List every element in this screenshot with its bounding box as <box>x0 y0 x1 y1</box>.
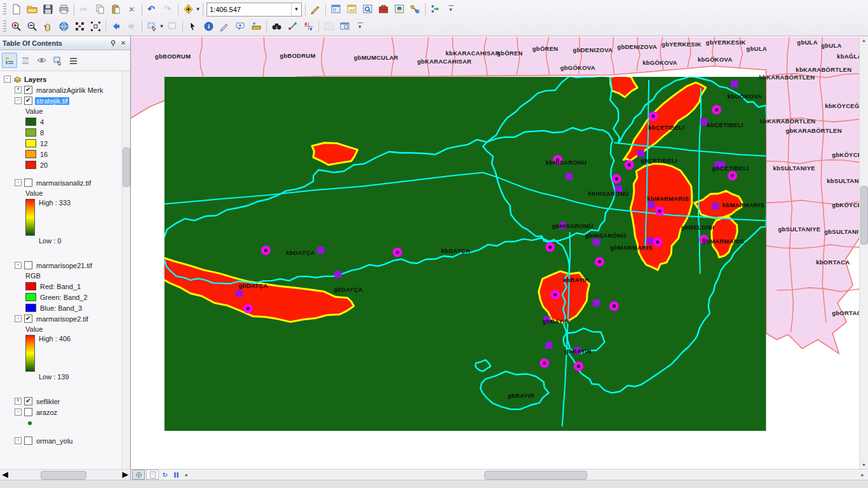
copy-button[interactable] <box>92 1 108 17</box>
expander-icon[interactable]: + <box>15 86 22 93</box>
svg-text:▾: ▾ <box>358 24 362 30</box>
map-vertical-scrollbar[interactable]: ▲ ▼ <box>859 36 868 469</box>
graphs-button[interactable] <box>428 1 444 17</box>
toolbar-drag-handle[interactable] <box>3 20 6 33</box>
print-button[interactable] <box>56 1 72 17</box>
scroll-left-icon[interactable]: ◄ <box>0 469 10 480</box>
group-label[interactable]: Layers <box>24 76 46 83</box>
viewer-window-button[interactable] <box>337 18 353 34</box>
editor-toolbar-button[interactable] <box>308 1 323 17</box>
toolbar2-overflow[interactable]: ▾ <box>353 18 369 34</box>
layer-checkbox[interactable]: ✔ <box>24 97 32 105</box>
layer-label[interactable]: arazoz <box>35 409 58 416</box>
layer-label[interactable]: marmarisope2.tif <box>35 315 90 323</box>
expander-icon[interactable]: - <box>15 315 22 322</box>
expander-icon[interactable]: - <box>4 76 11 83</box>
html-popup-button[interactable] <box>233 18 248 34</box>
open-attribute-table-button[interactable] <box>321 18 337 34</box>
delete-button[interactable]: ✕ <box>124 1 140 17</box>
layer-label[interactable]: maranalizAgirlik Merk <box>35 86 104 94</box>
scroll-right-icon[interactable]: ► <box>120 469 130 480</box>
go-forward-extent-button[interactable] <box>124 18 140 34</box>
layer-checkbox[interactable]: ✔ <box>24 86 32 94</box>
layer-checkbox[interactable]: ✔ <box>24 397 32 405</box>
measure-button[interactable] <box>248 18 264 34</box>
list-by-selection-button[interactable] <box>50 53 65 68</box>
hyperlink-button[interactable] <box>217 18 233 34</box>
paste-button[interactable] <box>108 1 124 17</box>
identify-button[interactable]: i <box>201 18 217 34</box>
layer-checkbox[interactable] <box>24 261 32 269</box>
expander-icon[interactable]: - <box>15 262 22 269</box>
save-button[interactable] <box>40 1 56 17</box>
table-of-contents-window-button[interactable] <box>328 1 344 17</box>
zoom-in-button[interactable] <box>8 18 24 34</box>
find-route-button[interactable] <box>285 18 301 34</box>
combo-dropdown-icon[interactable]: ▼ <box>291 3 301 16</box>
go-to-xy-button[interactable]: XY <box>301 18 316 34</box>
redo-button[interactable]: ↷ <box>160 1 176 17</box>
select-features-button[interactable] <box>144 18 160 34</box>
station-circle-center <box>543 362 546 365</box>
layer-checkbox[interactable] <box>24 179 32 187</box>
list-by-source-button[interactable] <box>18 53 33 68</box>
expander-icon[interactable]: - <box>15 97 22 104</box>
layer-label[interactable]: marmarisope21.tif <box>35 262 93 269</box>
toc-vertical-scrollbar[interactable] <box>121 71 130 469</box>
expander-icon[interactable]: - <box>15 409 22 416</box>
scroll-right-icon[interactable]: ► <box>858 471 867 479</box>
map-scale-input[interactable] <box>207 6 291 13</box>
zoom-out-button[interactable] <box>24 18 40 34</box>
layer-checkbox[interactable] <box>24 437 32 445</box>
python-window-button[interactable] <box>391 1 407 17</box>
layout-view-button[interactable] <box>146 470 159 480</box>
toolbar-overflow[interactable]: ▾ <box>444 1 459 17</box>
map-horizontal-scrollbar[interactable]: ◄ ► <box>182 470 867 479</box>
toolbar-drag-handle[interactable] <box>3 3 6 16</box>
map-canvas[interactable]: kbDATÇAgbDATÇAgbDATÇAkbDATÇAkbHISARÖNÜkb… <box>131 36 859 471</box>
catalog-window-button[interactable] <box>344 1 360 17</box>
fixed-zoom-in-button[interactable] <box>72 18 88 34</box>
legend-label: 20 <box>40 161 48 169</box>
layer-label[interactable]: marmarisanaliz.tif <box>35 179 92 187</box>
expander-icon[interactable]: - <box>15 179 22 186</box>
close-icon[interactable]: ✕ <box>119 39 128 48</box>
expander-icon[interactable]: + <box>15 398 22 405</box>
modelbuilder-window-button[interactable] <box>407 1 423 17</box>
layer-label[interactable]: orman_yolu <box>35 437 74 445</box>
cut-button[interactable]: ✂ <box>76 1 92 17</box>
layer-checkbox[interactable] <box>24 408 32 416</box>
fixed-zoom-out-button[interactable] <box>88 18 104 34</box>
list-by-visibility-button[interactable] <box>34 53 49 68</box>
add-data-button[interactable] <box>180 1 196 17</box>
add-data-button-dropdown-icon[interactable]: ▼ <box>195 6 201 12</box>
layer-label[interactable]: stratejik.tif <box>35 97 69 105</box>
refresh-view-button[interactable]: ↻ <box>161 471 170 479</box>
select-elements-button[interactable] <box>185 18 201 34</box>
weight-center-square-marker <box>545 342 552 349</box>
undo-button[interactable]: ↶ <box>144 1 160 17</box>
scroll-down-icon[interactable]: ▼ <box>860 461 868 469</box>
go-back-extent-button[interactable] <box>108 18 124 34</box>
layer-label[interactable]: seflikler <box>35 398 61 405</box>
clear-selection-button[interactable] <box>165 18 180 34</box>
find-button[interactable] <box>269 18 285 34</box>
full-extent-button[interactable] <box>56 18 72 34</box>
search-window-button[interactable] <box>360 1 376 17</box>
arctoolbox-window-button[interactable] <box>376 1 391 17</box>
toc-options-button[interactable] <box>65 53 81 68</box>
expander-icon[interactable]: - <box>15 437 22 444</box>
scroll-left-icon[interactable]: ◄ <box>182 471 190 479</box>
layer-checkbox[interactable]: ✔ <box>24 315 32 323</box>
pause-drawing-button[interactable] <box>172 471 180 479</box>
select-features-button-dropdown-icon[interactable]: ▼ <box>159 24 165 29</box>
toc-horizontal-scrollbar[interactable]: ◄ ► <box>0 469 130 480</box>
open-document-button[interactable] <box>24 1 40 17</box>
data-view-button[interactable] <box>132 470 145 480</box>
pan-button[interactable] <box>40 18 56 34</box>
scroll-up-icon[interactable]: ▲ <box>860 36 868 44</box>
list-by-drawing-order-button[interactable] <box>2 53 17 68</box>
map-scale-combo[interactable]: ▼ <box>207 3 302 17</box>
pin-icon[interactable] <box>109 39 118 48</box>
new-document-button[interactable] <box>8 1 24 17</box>
